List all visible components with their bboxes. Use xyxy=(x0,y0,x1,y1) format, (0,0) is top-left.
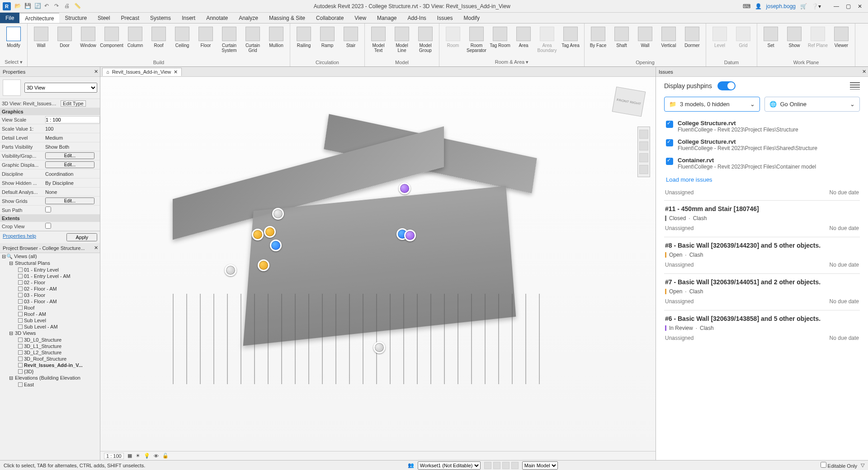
model-checkbox[interactable] xyxy=(666,139,673,146)
properties-type-selector[interactable]: 3D View xyxy=(24,83,97,93)
tab-structure[interactable]: Structure xyxy=(59,13,92,23)
issue-pushpin[interactable] xyxy=(225,264,236,276)
view-scale[interactable]: 1 : 100 xyxy=(104,453,124,459)
tree-item[interactable]: East xyxy=(0,381,100,388)
tab-insert[interactable]: Insert xyxy=(176,13,201,23)
tool-stair[interactable]: Stair xyxy=(340,25,362,48)
tool-door[interactable]: Door xyxy=(54,25,75,48)
apply-button[interactable]: Apply xyxy=(66,233,97,241)
qat-measure-icon[interactable]: 📏 xyxy=(74,3,81,10)
issue-pushpin[interactable] xyxy=(399,183,410,194)
tree-group[interactable]: ⊟ Elevations (Building Elevation xyxy=(0,375,100,381)
help-icon[interactable]: ❔▾ xyxy=(811,3,821,9)
prop-value[interactable]: 100 xyxy=(43,126,100,132)
tree-group[interactable]: ⊟ 3D Views xyxy=(0,330,100,337)
model-checkbox[interactable] xyxy=(666,121,673,128)
tree-root[interactable]: ⊟🔍 Views (all) xyxy=(0,253,100,260)
model-checkbox[interactable] xyxy=(666,158,673,165)
tool-ceiling[interactable]: Ceiling xyxy=(171,25,193,48)
qat-redo-icon[interactable]: ↷ xyxy=(54,3,61,10)
properties-help-link[interactable]: Properties help xyxy=(3,233,36,241)
editable-only-checkbox[interactable]: Editable Only xyxy=(821,462,858,469)
prop-edit-button[interactable]: Edit... xyxy=(45,197,94,204)
full-nav-wheel-icon[interactable] xyxy=(639,130,648,139)
qat-undo-icon[interactable]: ↶ xyxy=(44,3,52,10)
model-item[interactable]: Container.rvtFluent\College - Revit 2023… xyxy=(664,154,860,173)
tool-floor[interactable]: Floor xyxy=(195,25,217,48)
tool-column[interactable]: Column xyxy=(124,25,146,48)
issue-pushpin[interactable] xyxy=(270,240,282,251)
sb-filter-icon[interactable]: ▽ xyxy=(861,462,864,468)
tool-tag-room[interactable]: Tag Room xyxy=(489,25,511,48)
issue-pushpin[interactable] xyxy=(264,226,276,238)
sb-icon[interactable] xyxy=(493,462,500,469)
prop-value[interactable]: None xyxy=(43,189,100,195)
view-cube[interactable]: FRONT RIGHT xyxy=(612,87,646,117)
issue-pushpin[interactable] xyxy=(373,342,385,353)
tree-item[interactable]: 02 - Floor xyxy=(0,279,100,286)
prop-edit-button[interactable]: Edit... xyxy=(45,161,94,168)
pan-icon[interactable] xyxy=(639,141,648,150)
close-properties-icon[interactable]: ✕ xyxy=(94,69,98,75)
properties-instance[interactable]: 3D View: Revit_Issues_Ad... xyxy=(0,101,59,106)
model-item[interactable]: College Structure.rvtFluent\College - Re… xyxy=(664,136,860,154)
vcb-icon[interactable]: 💡 xyxy=(144,453,150,459)
tool-by-face[interactable]: By Face xyxy=(587,25,609,48)
tree-item[interactable]: 3D_L0_Structure xyxy=(0,337,100,343)
tool-curtain-system[interactable]: Curtain System xyxy=(218,25,240,53)
maximize-button[interactable]: ▢ xyxy=(843,3,854,10)
tree-item[interactable]: 03 - Floor - AM xyxy=(0,298,100,305)
tool-ramp[interactable]: Ramp xyxy=(316,25,338,48)
prop-checkbox[interactable] xyxy=(45,207,51,212)
tree-item[interactable]: 3D_L2_Structure xyxy=(0,349,100,356)
tool-shaft[interactable]: Shaft xyxy=(611,25,632,48)
tab-systems[interactable]: Systems xyxy=(145,13,176,23)
tree-item[interactable]: Revit_Issues_Add-in_V... xyxy=(0,362,100,368)
tab-issues[interactable]: Issues xyxy=(432,13,458,23)
vcb-icon[interactable]: 🔓 xyxy=(162,453,169,459)
tab-add-ins[interactable]: Add-Ins xyxy=(402,13,431,23)
prop-value[interactable] xyxy=(43,223,100,230)
main-model-selector[interactable]: Main Model xyxy=(522,461,558,470)
workset-selector[interactable]: Workset1 (Not Editable) xyxy=(418,461,481,470)
tab-manage[interactable]: Manage xyxy=(372,13,402,23)
tree-item[interactable]: Roof - AM xyxy=(0,311,100,317)
keytips-icon[interactable]: ⌨ xyxy=(743,3,750,9)
prop-value[interactable] xyxy=(43,207,100,213)
tool-wall[interactable]: Wall xyxy=(30,25,52,48)
tree-item[interactable]: {3D} xyxy=(0,368,100,375)
tree-item[interactable]: 03 - Floor xyxy=(0,292,100,298)
prop-value[interactable]: Edit... xyxy=(43,197,100,204)
tool-model-group[interactable]: Model Group xyxy=(415,25,436,53)
issue-pushpin[interactable] xyxy=(272,208,284,220)
vcb-icon[interactable]: ☀ xyxy=(136,453,140,459)
tool-curtain-grid[interactable]: Curtain Grid xyxy=(242,25,264,53)
qat-sync-icon[interactable]: 🔄 xyxy=(34,3,42,10)
tool-area[interactable]: Area xyxy=(513,25,534,48)
prop-edit-button[interactable]: Edit... xyxy=(45,152,94,159)
tab-precast[interactable]: Precast xyxy=(115,13,145,23)
tool-show[interactable]: Show xyxy=(783,25,805,48)
tool-set[interactable]: Set xyxy=(760,25,782,48)
vcb-icon[interactable]: 👁 xyxy=(154,453,159,459)
qat-print-icon[interactable]: 🖨 xyxy=(64,3,71,10)
prop-checkbox[interactable] xyxy=(45,223,51,229)
view-tab-close-icon[interactable]: ✕ xyxy=(174,69,178,75)
orbit-icon[interactable] xyxy=(639,165,648,174)
sb-icon[interactable] xyxy=(484,462,491,469)
tab-file[interactable]: File xyxy=(0,13,19,23)
viewport-canvas[interactable]: FRONT RIGHT xyxy=(100,77,656,451)
tool-model-text[interactable]: Model Text xyxy=(368,25,389,53)
prop-value[interactable]: Show Both xyxy=(43,144,100,150)
close-button[interactable]: ✕ xyxy=(854,3,865,10)
issue-pushpin[interactable] xyxy=(258,259,269,271)
qat-open-icon[interactable]: 📂 xyxy=(14,3,22,10)
issue-pushpin[interactable] xyxy=(252,229,264,240)
view-tab[interactable]: ⌂ Revit_Issues_Add-in_View ✕ xyxy=(102,68,182,76)
issue-item[interactable]: #6 - Basic Wall [320639/143858] and 5 ot… xyxy=(664,310,860,347)
tab-view[interactable]: View xyxy=(349,13,372,23)
tab-massing-site[interactable]: Massing & Site xyxy=(264,13,311,23)
tool-railing[interactable]: Railing xyxy=(293,25,315,48)
tree-item[interactable]: Roof xyxy=(0,305,100,311)
tool-vertical[interactable]: Vertical xyxy=(658,25,679,48)
